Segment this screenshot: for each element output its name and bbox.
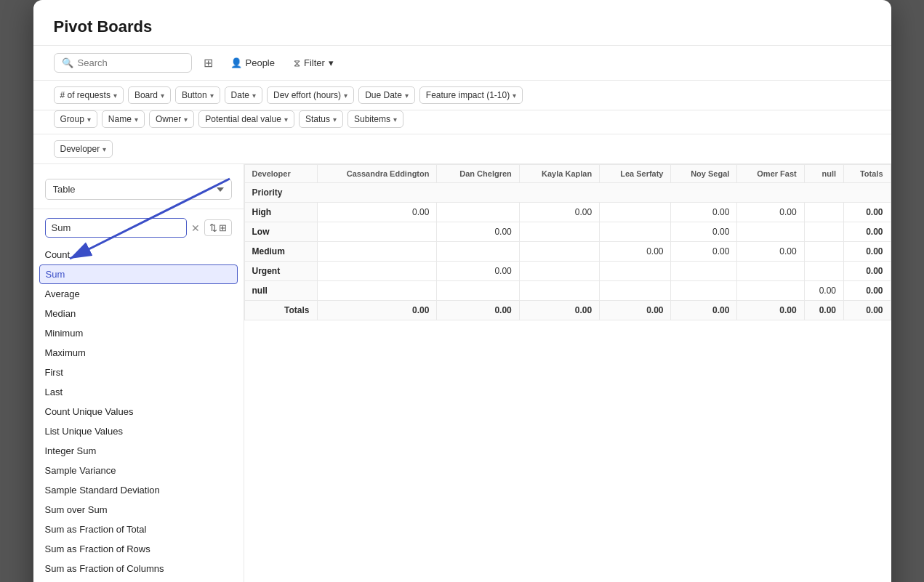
col-chip-group-label: Group [60, 114, 84, 124]
right-panel: Developer Cassandra Eddington Dan Chelgr… [244, 164, 891, 582]
col-chip-deveffort-label: Dev effort (hours) [273, 90, 341, 100]
col-header-dan: Dan Chelgren [437, 165, 519, 183]
aggregation-input[interactable] [45, 218, 187, 238]
totals-lea: 0.00 [600, 301, 671, 320]
pivot-table: Developer Cassandra Eddington Dan Chelgr… [244, 164, 891, 320]
dropdown-item-sample-variance[interactable]: Sample Variance [33, 461, 244, 480]
dropdown-item-first[interactable]: First [33, 363, 244, 382]
dropdown-item-sum-fraction-rows[interactable]: Sum as Fraction of Rows [33, 539, 244, 559]
dropdown-item-minimum[interactable]: Minimum [33, 323, 244, 343]
col-chip-button[interactable]: Button ▾ [175, 86, 220, 104]
cell-low-noy: 0.00 [671, 222, 737, 242]
col-chip-duedate[interactable]: Due Date ▾ [358, 86, 415, 104]
col-chip-group[interactable]: Group ▾ [54, 110, 97, 128]
col-chip-status-label: Status [305, 114, 330, 124]
group-by-label: Developer [60, 144, 100, 154]
dropdown-item-list-unique[interactable]: List Unique Values [33, 421, 244, 441]
cell-urgent-null [804, 262, 843, 281]
chevron-down-icon: ▾ [284, 116, 288, 124]
cell-low-lea [600, 222, 671, 242]
cell-null-null: 0.00 [804, 281, 843, 301]
table-select[interactable]: Table Chart [45, 179, 232, 200]
cell-null-lea [600, 281, 671, 301]
columns-bar-2: Group ▾ Name ▾ Owner ▾ Potential deal va… [33, 110, 891, 134]
col-chip-status[interactable]: Status ▾ [299, 110, 343, 128]
filter-button[interactable]: ⧖ Filter ▾ [288, 54, 340, 73]
cell-low-dan: 0.00 [437, 222, 519, 242]
totals-omer: 0.00 [737, 301, 804, 320]
col-chip-name-label: Name [108, 114, 132, 124]
main-window: Pivot Boards 🔍 ⊞ 👤 People ⧖ Filter ▾ # o… [33, 0, 891, 582]
cell-high-kayla: 0.00 [519, 203, 599, 222]
row-label-urgent: Urgent [244, 262, 317, 281]
search-icon: 🔍 [62, 57, 73, 68]
cell-medium-null [804, 242, 843, 262]
cell-null-kayla [519, 281, 599, 301]
dropdown-item-sum-fraction-total[interactable]: Sum as Fraction of Total [33, 520, 244, 539]
aggregation-input-row: ✕ ⇅ ⊞ [33, 214, 244, 242]
cell-low-cassandra [317, 222, 437, 242]
dropdown-item-maximum[interactable]: Maximum [33, 343, 244, 363]
dropdown-item-count-unique[interactable]: Count Unique Values [33, 402, 244, 421]
cell-high-lea [600, 203, 671, 222]
columns-bar: # of requests ▾ Board ▾ Button ▾ Date ▾ … [33, 81, 891, 110]
dropdown-item-average[interactable]: Average [33, 284, 244, 304]
people-icon: 👤 [230, 57, 242, 68]
cell-urgent-lea [600, 262, 671, 281]
col-header-lea: Lea Serfaty [600, 165, 671, 183]
cell-low-totals: 0.00 [844, 222, 891, 242]
cell-null-dan [437, 281, 519, 301]
chevron-down-icon: ▾ [113, 92, 117, 100]
cell-high-noy: 0.00 [671, 203, 737, 222]
people-button[interactable]: 👤 People [225, 54, 281, 72]
col-chip-deveffort[interactable]: Dev effort (hours) ▾ [267, 86, 354, 104]
search-input[interactable] [78, 57, 180, 68]
aggregation-clear-button[interactable]: ✕ [190, 222, 201, 234]
aggregation-expand-button[interactable]: ⇅ ⊞ [204, 219, 232, 236]
table-row-totals: Totals 0.00 0.00 0.00 0.00 0.00 0.00 0.0… [244, 301, 891, 320]
col-header-kayla: Kayla Kaplan [519, 165, 599, 183]
col-chip-name[interactable]: Name ▾ [102, 110, 145, 128]
col-header-omer: Omer Fast [737, 165, 804, 183]
col-chip-featureimpact-label: Feature impact (1-10) [426, 90, 510, 100]
table-row: High 0.00 0.00 0.00 0.00 0.00 [244, 203, 891, 222]
dropdown-item-count-fraction-total[interactable]: Count as Fraction of Total [33, 578, 244, 582]
filter-label: Filter [304, 57, 325, 68]
row-label-null: null [244, 281, 317, 301]
save-button[interactable]: ⊞ [199, 53, 217, 73]
col-chip-owner[interactable]: Owner ▾ [149, 110, 194, 128]
cell-medium-dan [437, 242, 519, 262]
col-chip-subitems[interactable]: Subitems ▾ [347, 110, 403, 128]
dropdown-item-sum-selected[interactable]: Sum [39, 264, 238, 284]
col-chip-featureimpact[interactable]: Feature impact (1-10) ▾ [419, 86, 523, 104]
table-row: Priority [244, 183, 891, 203]
dropdown-item-count[interactable]: Count [33, 245, 244, 264]
aggregation-dropdown: Count Sum Average Median Minimum Maximum… [33, 242, 244, 582]
dropdown-item-median[interactable]: Median [33, 304, 244, 323]
dropdown-item-sum-over-sum[interactable]: Sum over Sum [33, 500, 244, 520]
cell-medium-totals: 0.00 [844, 242, 891, 262]
dropdown-item-sum-fraction-cols[interactable]: Sum as Fraction of Columns [33, 559, 244, 578]
cell-high-dan [437, 203, 519, 222]
chevron-down-icon: ▾ [393, 116, 397, 124]
col-header-noy: Noy Segal [671, 165, 737, 183]
col-chip-duedate-label: Due Date [365, 90, 402, 100]
col-chip-date[interactable]: Date ▾ [225, 86, 262, 104]
cell-low-omer [737, 222, 804, 242]
table-row: Urgent 0.00 0.00 [244, 262, 891, 281]
col-chip-potdeal[interactable]: Potential deal value ▾ [198, 110, 294, 128]
chevron-down-icon: ▾ [87, 116, 91, 124]
dropdown-item-last[interactable]: Last [33, 382, 244, 402]
cell-urgent-cassandra [317, 262, 437, 281]
chevron-down-icon: ▾ [161, 92, 164, 100]
group-by-chip[interactable]: Developer ▾ [54, 140, 113, 158]
col-chip-requests[interactable]: # of requests ▾ [54, 86, 124, 104]
dropdown-item-integer-sum[interactable]: Integer Sum [33, 441, 244, 461]
col-chip-board[interactable]: Board ▾ [128, 86, 171, 104]
chevron-down-icon: ▾ [134, 116, 138, 124]
cell-null-totals: 0.00 [844, 281, 891, 301]
table-row: Medium 0.00 0.00 0.00 0.00 [244, 242, 891, 262]
toolbar: 🔍 ⊞ 👤 People ⧖ Filter ▾ [33, 46, 891, 81]
cell-high-totals: 0.00 [844, 203, 891, 222]
dropdown-item-sample-std[interactable]: Sample Standard Deviation [33, 480, 244, 500]
